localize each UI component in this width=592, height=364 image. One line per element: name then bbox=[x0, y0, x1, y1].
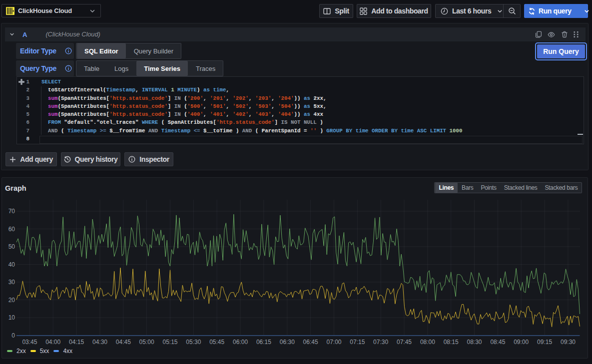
svg-text:08:45: 08:45 bbox=[490, 339, 505, 346]
svg-text:08:00: 08:00 bbox=[420, 339, 435, 346]
svg-text:70: 70 bbox=[8, 208, 15, 215]
svg-text:09:15: 09:15 bbox=[537, 339, 552, 346]
svg-text:0: 0 bbox=[11, 332, 15, 339]
svg-text:05:00: 05:00 bbox=[139, 339, 154, 346]
svg-text:40: 40 bbox=[8, 261, 15, 268]
svg-text:06:00: 06:00 bbox=[233, 339, 248, 346]
svg-text:05:15: 05:15 bbox=[162, 339, 177, 346]
svg-text:04:15: 04:15 bbox=[69, 339, 84, 346]
svg-text:07:15: 07:15 bbox=[350, 339, 365, 346]
svg-text:03:45: 03:45 bbox=[22, 339, 37, 346]
svg-text:07:00: 07:00 bbox=[326, 339, 341, 346]
svg-text:05:45: 05:45 bbox=[209, 339, 224, 346]
svg-text:06:30: 06:30 bbox=[280, 339, 295, 346]
svg-text:04:45: 04:45 bbox=[116, 339, 131, 346]
svg-text:20: 20 bbox=[8, 297, 15, 304]
svg-text:30: 30 bbox=[8, 279, 15, 286]
svg-text:50: 50 bbox=[8, 243, 15, 250]
svg-text:09:30: 09:30 bbox=[561, 339, 576, 346]
svg-text:60: 60 bbox=[8, 226, 15, 233]
svg-text:04:30: 04:30 bbox=[92, 339, 107, 346]
svg-text:05:30: 05:30 bbox=[186, 339, 201, 346]
svg-text:10: 10 bbox=[8, 314, 15, 321]
svg-text:08:30: 08:30 bbox=[467, 339, 482, 346]
svg-text:07:45: 07:45 bbox=[397, 339, 412, 346]
svg-text:09:00: 09:00 bbox=[514, 339, 529, 346]
svg-text:07:30: 07:30 bbox=[373, 339, 388, 346]
svg-text:06:45: 06:45 bbox=[303, 339, 318, 346]
svg-text:06:15: 06:15 bbox=[256, 339, 271, 346]
svg-text:08:15: 08:15 bbox=[444, 339, 459, 346]
svg-text:04:00: 04:00 bbox=[45, 339, 60, 346]
